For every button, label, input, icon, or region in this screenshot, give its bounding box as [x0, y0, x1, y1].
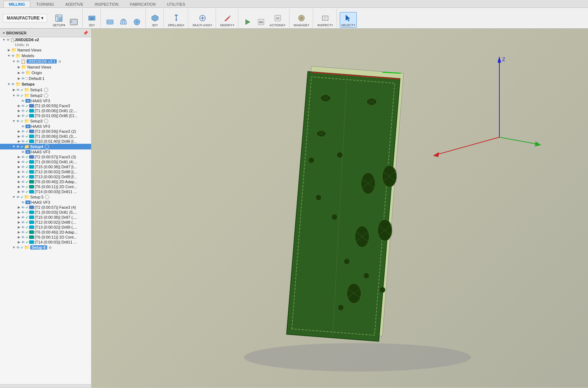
pocket-button[interactable]	[131, 16, 143, 28]
tab-turning[interactable]: TURNING	[31, 1, 59, 7]
haas-setup2[interactable]: 👁 M HAAS VF3	[0, 98, 91, 103]
setup5-item[interactable]: ▼ 👁 ✔ 📁 Setup 5	[0, 194, 91, 200]
models-folder[interactable]: ▼ 👁 📁 Models	[0, 53, 91, 59]
tab-fabrication[interactable]: FABRICATION	[124, 1, 161, 7]
setups-label: Setups	[22, 82, 35, 86]
setup4-label: Setup4	[30, 144, 43, 149]
multiaxis-button[interactable]: MULTI-AXIS ▾	[191, 12, 213, 28]
s5-op3[interactable]: ▶ 👁 ✔ [T15 (0:00:38)] Drill7 (,...	[0, 215, 91, 220]
actions-post[interactable]: G1	[255, 16, 267, 28]
s4-eye: 👁	[16, 145, 20, 149]
s5-op6[interactable]: ▶ 👁 ✔ [T6 (0:00:46)] 2D Adap...	[0, 230, 91, 235]
modify-label: MODIFY ▾	[220, 23, 234, 27]
s5op2-color	[29, 211, 34, 214]
s4-op6[interactable]: ▶ 👁 ✔ [T6 (0:00:46)] 2D Adap...	[0, 179, 91, 184]
s3-op3[interactable]: ▶ 👁 ✔ [T10 (0:01:40)] Drill6 [I...	[0, 139, 91, 144]
s4-op2[interactable]: ▶ 👁 ✔ [T1 (0:00:03)] Drill1 (4;...	[0, 159, 91, 164]
select-button[interactable]: SELECT ▾	[340, 12, 357, 28]
inspect-icon	[320, 13, 330, 23]
tab-inspection[interactable]: INSPECTION	[89, 1, 124, 7]
default-eye: 👁	[21, 77, 25, 81]
s4-op1[interactable]: ▶ 👁 ✔ [T2 (0:00:57)] Face3 (3)	[0, 154, 91, 159]
folder-icon: 📋	[10, 38, 15, 42]
s2-op2[interactable]: ▶ 👁 ✔ [T1 (0:00:06)] Drill1 (2;...	[0, 108, 91, 113]
setups-folder[interactable]: ▼ 👁 📁 Setups	[0, 81, 91, 87]
s5-op8[interactable]: ▶ 👁 ✔ [T14 (0:00:03)] Drill11 ...	[0, 240, 91, 245]
haas5-eye: 👁	[21, 201, 25, 204]
browser-hscrollbar[interactable]	[0, 384, 91, 388]
s5op8-eye: 👁	[21, 240, 25, 244]
haas-setup3[interactable]: 👁 M HAAS VF3	[0, 124, 91, 129]
svg-point-12	[201, 17, 204, 19]
s5op1-eye: 👁	[21, 206, 25, 209]
inspect-button[interactable]: INSPECT ▾	[316, 12, 334, 28]
s5-op4[interactable]: ▶ 👁 ✔ [T12 (0:00:02)] Drill8 (...	[0, 220, 91, 225]
contour-button[interactable]	[117, 16, 130, 28]
browser-pin[interactable]: 📌	[83, 31, 88, 35]
s5op2-label: [T1 (0:00:03)] Drill1 (5;...	[35, 210, 77, 214]
s4-arrow: ▼	[11, 145, 16, 148]
setup2-item[interactable]: ▼ 👁 ✔ 📁 Setup2	[0, 93, 91, 98]
drilling-button[interactable]: DRILLING ▾	[167, 12, 186, 28]
setup3-item[interactable]: ▼ 👁 ✔ 📁 Setup3	[0, 118, 91, 124]
tree-root[interactable]: ▼ 👁 📋 J00D2ED6 v2	[0, 37, 91, 42]
actions-inspect[interactable]: G2 ACTIONS ▾	[268, 12, 287, 28]
haas-setup5[interactable]: 👁 M HAAS VF3	[0, 200, 91, 205]
s5-op1[interactable]: ▶ 👁 ✔ [T2 (0:00:57)] Face3 (4)	[0, 205, 91, 210]
s2-op1[interactable]: ▶ 👁 ✔ [T2 (0:00:59)] Face3	[0, 103, 91, 108]
s4-op5[interactable]: ▶ 👁 ✔ [T13 (0:00:02)] Drill9 [f...	[0, 174, 91, 179]
tab-additive[interactable]: ADDITIVE	[60, 1, 89, 7]
haas-setup4[interactable]: 👁 M HAAS VF3	[0, 149, 91, 154]
modify-button[interactable]: MODIFY ▾	[219, 12, 236, 28]
face-icon	[105, 17, 115, 27]
s2-op3[interactable]: ▶ 👁 ✔ [T9 (0:01:00)] Drill5 [Cl...	[0, 113, 91, 118]
comp-label: J00D2ED6 v3:1	[27, 59, 57, 64]
3d-button[interactable]: 3D ▾	[149, 12, 161, 28]
s5-op7[interactable]: ▶ 👁 ✔ [T6 (0:00:11)] 2D Cont...	[0, 235, 91, 240]
s4op8-color	[29, 190, 34, 193]
s2op3-arrow: ▶	[16, 114, 21, 118]
tab-milling[interactable]: MILLING	[4, 1, 30, 7]
s4-op3[interactable]: ▶ 👁 ✔ [T15 (0:00:38)] Drill7 [I...	[0, 164, 91, 169]
pocket-icon	[132, 17, 142, 27]
svg-marker-13	[245, 19, 250, 25]
new-setup-button[interactable]: SETUP▾	[51, 12, 67, 28]
s1-folder-icon: 📁	[24, 87, 29, 92]
component-item[interactable]: ▼ 👁 📋 J00D2ED6 v3:1 ⚙	[0, 59, 91, 64]
actions-simulate[interactable]	[241, 16, 254, 28]
s3-op2[interactable]: ▶ 👁 ✔ [T1 (0:00:06)] Drill1 (3;...	[0, 134, 91, 139]
named-views-sub[interactable]: ▶ 📁 Named Views	[0, 64, 91, 70]
setup-btn2[interactable]	[67, 16, 80, 28]
s5op8-label: [T14 (0:00:03)] Drill11 ...	[35, 240, 77, 244]
s4-op7[interactable]: ▶ 👁 ✔ [T6 (0:00:11)] 2D Cont...	[0, 184, 91, 189]
s4-op8[interactable]: ▶ 👁 ✔ [T14 (0:00:03)] Drill11 ...	[0, 189, 91, 194]
s5op2-arrow: ▶	[16, 211, 21, 214]
setup1-item[interactable]: ▶ 👁 ✔ 📁 Setup1	[0, 87, 91, 93]
default-item[interactable]: ▶ 👁 □ Default:1	[0, 76, 91, 81]
s3op3-eye: 👁	[21, 140, 25, 143]
setup6-label: Setup 6	[30, 245, 47, 250]
tab-utilities[interactable]: UTILITIES	[162, 1, 190, 7]
named-views-top[interactable]: ▶ 📁 Named Views	[0, 47, 91, 53]
haas5-label: HAAS VF3	[31, 200, 50, 204]
setup6-item[interactable]: ▼ 👁 ✔ 📁 Setup 6 ⚙	[0, 245, 91, 250]
multiaxis-group: MULTI-AXIS ▾	[189, 9, 216, 28]
s4-op4[interactable]: ▶ 👁 ✔ [T12 (0:00:02)] Drill8 [(...	[0, 169, 91, 174]
origin-item[interactable]: ▶ 👁 📁 Origin	[0, 70, 91, 76]
s3op3-color	[29, 140, 34, 143]
s3-op1[interactable]: ▶ 👁 ✔ [T2 (0:00:59)] Face3 (2)	[0, 129, 91, 134]
2d-button[interactable]: 2D 2D ▾	[85, 12, 98, 28]
s5-op5[interactable]: ▶ 👁 ✔ [T13 (0:00:02)] Drill9 (,...	[0, 225, 91, 230]
s5-op2[interactable]: ▶ 👁 ✔ [T1 (0:00:03)] Drill1 (5;...	[0, 210, 91, 215]
models-folder-icon: 📁	[16, 53, 21, 58]
s5op2-eye: 👁	[21, 211, 25, 214]
browser-content[interactable]: ▼ 👁 📋 J00D2ED6 v2 Units: in ▶ 📁 Named Vi…	[0, 37, 91, 384]
manufacture-button[interactable]: MANUFACTURE ▾	[3, 14, 47, 22]
s4op5-label: [T13 (0:00:02)] Drill9 [f...	[35, 175, 77, 179]
face-button[interactable]	[104, 16, 116, 28]
s4op4-color	[29, 170, 34, 174]
haas4-icon: M	[26, 150, 30, 154]
manage-button[interactable]: MANAGE ▾	[292, 12, 311, 28]
toolbar-row: MANUFACTURE ▾ SETUP▾ 2D 2	[0, 8, 588, 28]
setup4-item[interactable]: ▼ 👁 ✔ 📁 Setup4	[0, 144, 91, 149]
